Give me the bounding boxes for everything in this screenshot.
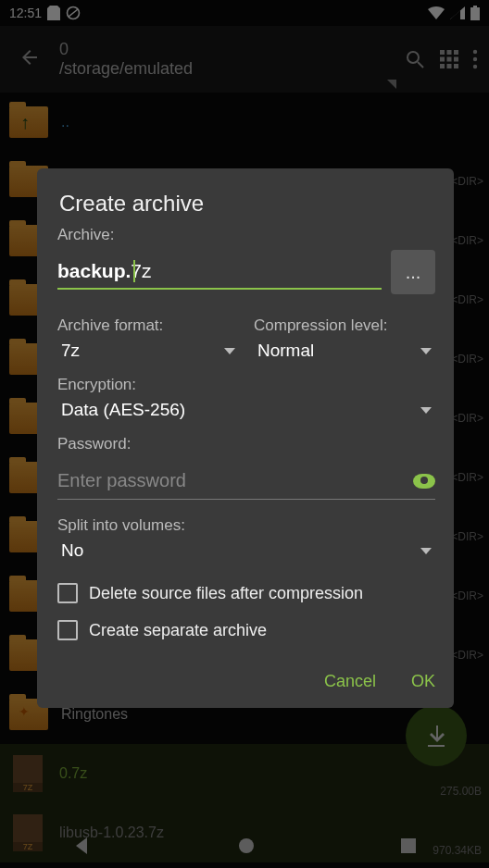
chevron-down-icon [420,348,432,354]
archive-label: Archive: [57,226,435,244]
checkbox-empty-icon [57,583,78,603]
split-label: Split into volumes: [57,516,435,535]
split-value: No [61,540,83,561]
password-input[interactable]: Enter password [57,463,413,499]
separate-archive-checkbox[interactable]: Create separate archive [57,620,435,640]
chevron-down-icon [420,407,432,414]
ok-button[interactable]: OK [411,672,435,691]
password-label: Password: [57,435,435,453]
delete-source-label: Delete source files after compression [89,584,363,603]
chevron-down-icon [224,348,235,354]
archive-name-base: backup. [57,260,131,282]
encryption-select[interactable]: Data (AES-256) [57,394,435,426]
format-value: 7z [61,341,80,361]
encryption-value: Data (AES-256) [61,400,185,420]
chevron-down-icon [420,548,432,554]
browse-button[interactable]: ... [391,250,435,294]
format-select[interactable]: 7z [57,335,239,366]
separate-archive-label: Create separate archive [89,621,267,640]
text-cursor [133,260,135,282]
checkbox-empty-icon [57,620,78,640]
archive-name-input[interactable]: backup. 7z [57,254,382,290]
ellipsis-icon: ... [406,262,421,283]
split-select[interactable]: No [57,535,435,566]
cancel-button[interactable]: Cancel [324,672,376,691]
compression-select[interactable]: Normal [254,335,435,366]
compression-label: Compression level: [254,316,435,335]
encryption-label: Encryption: [57,376,435,394]
create-archive-dialog: Create archive Archive: backup. 7z ... A… [37,168,454,708]
compression-value: Normal [257,341,314,361]
dialog-title: Create archive [59,191,435,217]
delete-source-checkbox[interactable]: Delete source files after compression [57,583,435,603]
show-password-icon[interactable] [413,474,435,489]
format-label: Archive format: [57,316,239,335]
